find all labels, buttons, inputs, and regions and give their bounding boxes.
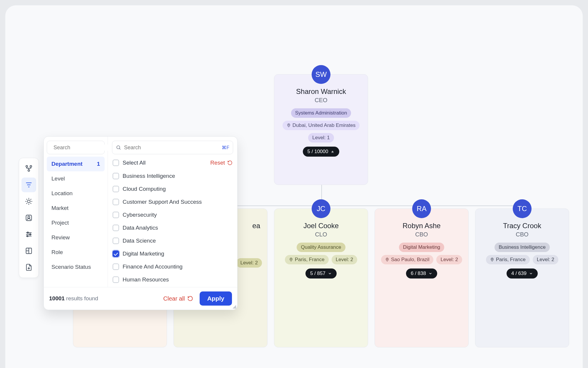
select-all[interactable]: Select All [113,160,146,166]
select-all-label: Select All [123,160,146,166]
filter-option[interactable]: Customer Support And Success [112,195,233,208]
tag-row: Systems Administration Dubai, United Ara… [280,108,363,142]
checkbox[interactable] [113,251,119,257]
option-search[interactable]: ⌘F [112,141,233,154]
tag-row: Quality Assurance Paris, France Level: 2 [280,243,363,264]
checkbox[interactable] [113,199,119,205]
apply-button[interactable]: Apply [200,291,232,306]
checkbox[interactable] [113,238,119,244]
category-search[interactable] [47,141,105,154]
location-tag: Paris, France [486,255,530,264]
level-tag: Level: 1 [308,133,334,142]
filter-option[interactable]: Cloud Computing [112,183,233,195]
filter-categories-column: Department1LevelLocationMarketProjectRev… [44,137,108,287]
tree-icon[interactable] [21,161,36,176]
checkbox[interactable] [113,212,119,218]
avatar: RA [412,199,431,218]
filter-option[interactable]: Business Intelligence [112,170,233,183]
dept-tag: Systems Administration [291,108,351,118]
filter-category-level[interactable]: Level [47,171,105,186]
filter-option[interactable]: Human Resources [112,273,233,286]
chevron-down-icon [428,271,432,276]
level-tag: Level: 2 [236,258,262,268]
pin-icon [287,123,291,127]
checkbox[interactable] [113,186,119,192]
filter-option[interactable]: Data Science [112,234,233,247]
chevron-up-double-icon [330,150,335,154]
dept-tag: Quality Assurance [297,243,345,252]
svg-point-2 [387,259,388,260]
side-toolbar [19,158,39,278]
filter-option[interactable]: Finance And Accounting [112,260,233,273]
resize-grip[interactable] [232,304,236,309]
results-count: 10001 results found [49,295,98,302]
report-counter[interactable]: 4 / 639 [507,268,538,279]
level-tag: Level: 2 [436,255,462,264]
user-icon[interactable] [21,210,36,225]
filter-panel: Department1LevelLocationMarketProjectRev… [44,136,238,310]
filter-option[interactable]: Digital Marketing [112,247,233,260]
option-list: Business IntelligenceCloud ComputingCust… [112,170,233,287]
svg-point-20 [28,216,30,218]
sun-icon[interactable] [21,194,36,209]
org-card[interactable]: RA Robyn Ashe CBO Digital Marketing Sao … [375,208,469,347]
filter-category-department[interactable]: Department1 [47,157,105,171]
reset-icon [187,296,193,301]
filter-category-location[interactable]: Location [47,186,105,201]
filter-option[interactable]: Data Analytics [112,221,233,234]
pin-icon [490,258,494,262]
svg-line-16 [31,203,31,204]
report-counter[interactable]: 5 / 10000 [303,147,340,157]
employee-name: Tracy Crook [481,222,564,230]
avatar: TC [513,199,532,218]
employee-title: CEO [280,97,363,104]
svg-line-17 [26,203,27,204]
employee-name: Joel Cooke [280,222,363,230]
layout-icon[interactable] [21,243,36,258]
level-tag: Level: 2 [533,255,559,264]
filter-category-market[interactable]: Market [47,201,105,216]
avatar: JC [312,199,330,218]
reset-button[interactable]: Reset [210,160,233,166]
report-counter[interactable]: 5 / 857 [305,268,337,279]
filter-icon[interactable] [21,178,36,192]
svg-point-10 [27,200,30,203]
checkbox[interactable] [113,225,119,231]
dept-tag: Business Intelligence [495,243,550,252]
app-viewport: SW Sharon Warnick CEO Systems Administra… [5,5,583,368]
employee-title: CBO [481,231,564,238]
svg-point-4 [26,165,28,167]
avatar: SW [312,65,330,84]
svg-point-33 [117,146,120,149]
svg-point-0 [288,125,289,125]
location-tag: Dubai, United Arab Emirates [283,121,360,130]
svg-line-18 [31,199,31,200]
pin-icon [385,258,389,262]
org-card-ceo[interactable]: SW Sharon Warnick CEO Systems Administra… [274,74,368,185]
org-card[interactable]: JC Joel Cooke CLO Quality Assurance Pari… [274,208,368,347]
svg-line-34 [119,148,120,149]
filter-category-scenario-status[interactable]: Scenario Status [47,260,105,274]
download-icon[interactable] [21,260,36,275]
search-icon [116,145,121,150]
filter-category-review[interactable]: Review [47,230,105,245]
clear-all-button[interactable]: Clear all [163,295,193,302]
pin-icon [289,258,293,262]
checkbox[interactable] [113,263,119,270]
chevron-down-icon [529,271,533,276]
filter-option[interactable]: Cybersecurity [112,208,233,221]
level-tag: Level: 2 [332,255,358,264]
sliders-icon[interactable] [21,227,36,242]
checkbox[interactable] [113,276,119,283]
select-all-checkbox[interactable] [113,160,119,166]
report-counter[interactable]: 6 / 838 [406,268,437,279]
org-card[interactable]: TC Tracy Crook CBO Business Intelligence… [475,208,569,347]
option-search-input[interactable] [124,145,222,151]
tag-row: Digital Marketing Sao Paulo, Brazil Leve… [380,243,463,264]
chevron-down-icon [328,271,332,276]
filter-category-role[interactable]: Role [47,245,105,260]
checkbox[interactable] [113,173,119,179]
employee-name: Sharon Warnick [280,87,363,96]
filter-footer: 10001 results found Clear all Apply [44,287,237,310]
filter-category-project[interactable]: Project [47,216,105,230]
